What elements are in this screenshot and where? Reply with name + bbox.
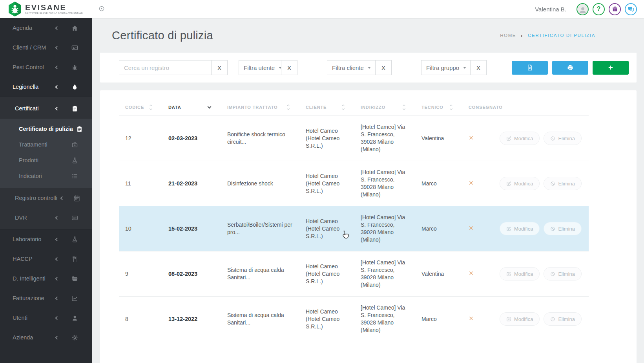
promotions-button[interactable] [609, 3, 621, 15]
sidebar-item-d-intelligenti[interactable]: D. Intelligenti [0, 269, 92, 288]
column-header-indirizzo[interactable]: INDIRIZZO [354, 105, 415, 110]
sidebar-item-fatturazione[interactable]: Fatturazione [0, 288, 92, 308]
cell-codice: 9 [119, 264, 162, 284]
sidebar-item-prodotti[interactable]: Prodotti [0, 152, 92, 168]
chevron-left-icon [51, 297, 63, 300]
help-button[interactable]: ? [593, 3, 605, 15]
filter-gruppo-clear-button[interactable]: X [470, 60, 487, 75]
ban-icon [550, 136, 555, 141]
sidebar-collapse-toggle[interactable] [99, 6, 106, 13]
export-excel-button[interactable] [512, 61, 548, 75]
filter-cliente-dropdown[interactable]: Filtra cliente [327, 60, 375, 75]
cell-consegnato [462, 128, 498, 148]
question-mark-icon: ? [597, 6, 601, 13]
filter-utente-dropdown[interactable]: Filtra utente [239, 60, 281, 75]
caret-down-icon [463, 67, 466, 69]
filter-cliente-clear-button[interactable]: X [375, 60, 392, 75]
sidebar-item-azienda[interactable]: Azienda [0, 328, 92, 347]
medkit-icon [63, 141, 86, 148]
sidebar-item-label: Pest Control [0, 64, 51, 70]
user-name[interactable]: Valentina B. [535, 6, 566, 13]
print-button[interactable] [552, 61, 588, 75]
droplet-icon [63, 84, 86, 90]
sidebar-item-trattamenti[interactable]: Trattamenti [0, 137, 92, 152]
row-actions: Modifica Elimina [498, 306, 589, 332]
sidebar-item-indicatori[interactable]: Indicatori [0, 168, 92, 184]
elimina-button[interactable]: Elimina [544, 177, 582, 190]
modifica-button[interactable]: Modifica [500, 312, 540, 326]
cell-indirizzo: [Hotel Cameo] Via S. Francesco, 39028 Mi… [354, 298, 415, 340]
column-header-consegnato[interactable]: CONSEGNATO [462, 105, 498, 110]
chevron-left-icon [51, 86, 63, 88]
elimina-button[interactable]: Elimina [544, 312, 582, 326]
caret-down-icon [368, 67, 371, 69]
sidebar-item-legionella[interactable]: Legionella [0, 77, 92, 97]
cell-tecnico: Marco [415, 309, 462, 329]
modifica-button[interactable]: Modifica [500, 177, 540, 190]
cell-consegnato [462, 219, 498, 239]
sidebar-item-registro-controlli[interactable]: Registro controlli [0, 188, 92, 208]
column-header-data[interactable]: DATA [162, 105, 221, 110]
sidebar-item-haccp[interactable]: HACCP [0, 249, 92, 269]
search-clear-button[interactable]: X [211, 60, 228, 75]
sidebar-item-agenda[interactable]: Agenda [0, 18, 92, 38]
brand-name: EVISANE [25, 4, 83, 11]
filter-utente-clear-button[interactable]: X [281, 60, 297, 75]
brand-logo[interactable]: EVISANE SOFTWARE CLOUD PER LA SANITÀ AMB… [8, 1, 83, 17]
sort-icon [403, 105, 405, 110]
modifica-button[interactable]: Modifica [500, 267, 540, 280]
column-header-impianto-trattato[interactable]: IMPIANTO TRATTATO [221, 105, 299, 110]
cell-tecnico: Marco [415, 174, 462, 194]
column-header-tecnico[interactable]: TECNICO [415, 105, 462, 110]
clipboard-icon [63, 105, 86, 112]
table-row[interactable]: 9 08-02-2023 Sistema di acqua calda Sani… [119, 251, 589, 296]
modifica-button[interactable]: Modifica [500, 222, 540, 235]
search-group: X [119, 60, 228, 75]
column-header-codice[interactable]: CODICE [119, 105, 162, 110]
table-row[interactable]: 10 15-02-2023 Serbatoi/Boiler/Sistemi pe… [119, 206, 589, 251]
column-header-cliente[interactable]: CLIENTE [299, 105, 354, 110]
x-mark-icon [469, 135, 474, 140]
sidebar-item-certificato-di-pulizia[interactable]: Certificato di pulizia [0, 121, 92, 137]
filter-gruppo-dropdown[interactable]: Filtra gruppo [421, 60, 470, 75]
elimina-button[interactable]: Elimina [544, 267, 582, 280]
cell-impianto: Bonifiche shock termico circuit... [221, 125, 299, 152]
sidebar-item-certificati[interactable]: Certificati [0, 99, 92, 118]
table-row[interactable]: 11 21-02-2023 Disinfezione shock Hotel C… [119, 161, 589, 206]
sidebar-item-laboratorio[interactable]: Laboratorio [0, 229, 92, 249]
target-icon [99, 6, 105, 12]
sidebar-item-utenti[interactable]: Utenti [0, 308, 92, 328]
row-actions: Modifica Elimina [498, 170, 589, 196]
breadcrumb-home[interactable]: HOME [500, 33, 516, 38]
elimina-button[interactable]: Elimina [544, 222, 582, 235]
sort-down-icon [208, 105, 212, 109]
search-input[interactable] [119, 60, 211, 75]
sidebar-item-pest-control[interactable]: Pest Control [0, 57, 92, 77]
chevron-left-icon [51, 66, 63, 69]
modifica-button[interactable]: Modifica [500, 132, 540, 145]
id-card-icon [63, 44, 86, 51]
chat-button[interactable] [625, 3, 637, 15]
filter-cliente-group: Filtra cliente X [327, 60, 392, 75]
sidebar-item-label: Certificati [0, 105, 51, 112]
calendar-icon [67, 195, 86, 202]
elimina-button[interactable]: Elimina [544, 132, 582, 145]
clipboard-icon [73, 126, 86, 132]
chevron-left-icon [51, 238, 63, 241]
avatar[interactable] [576, 3, 589, 15]
add-button[interactable] [593, 61, 629, 75]
sidebar-item-clienti-crm[interactable]: Clienti / CRM [0, 38, 92, 57]
main-content: Certificato di pulizia HOME › CERTIFICAT… [92, 18, 644, 363]
cell-consegnato [462, 264, 498, 284]
filter-utente-group: Filtra utente X [239, 60, 297, 75]
flask-icon [63, 157, 86, 164]
x-mark-icon [469, 271, 474, 276]
table-row[interactable]: 8 13-12-2022 Sistema di acqua calda Sani… [119, 296, 589, 341]
cell-cliente: Hotel Cameo (Hotel Cameo S.R.L.) [299, 121, 354, 156]
sidebar-item-label: Agenda [0, 25, 51, 31]
table-row[interactable]: 12 02-03-2023 Bonifiche shock termico ci… [119, 116, 589, 161]
sidebar-item-dvr[interactable]: DVR [0, 208, 92, 227]
table-header-row: CODICE DATA IMPIANTO TRATTATO CLIENTE IN… [119, 99, 589, 116]
edit-icon [506, 181, 511, 186]
cell-codice: 10 [119, 219, 162, 239]
